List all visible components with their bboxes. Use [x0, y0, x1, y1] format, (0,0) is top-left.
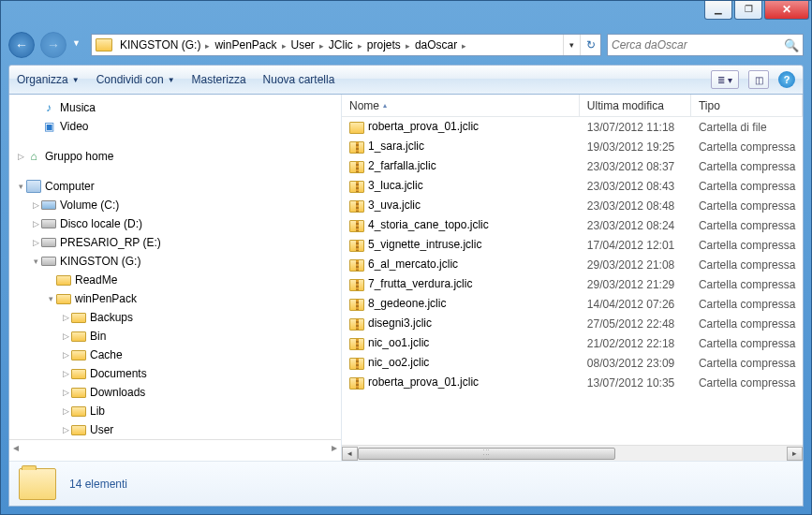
address-dropdown[interactable]: ▾: [563, 35, 580, 55]
file-date: 08/03/2012 23:09: [580, 357, 691, 370]
file-name: 6_al_mercato.jclic: [368, 258, 458, 271]
file-row[interactable]: 1_sara.jclic19/03/2012 19:25Cartella com…: [342, 137, 803, 156]
help-button[interactable]: ?: [778, 71, 795, 88]
file-type: Cartella compressa: [691, 180, 803, 193]
tree-item[interactable]: ▷Cache: [9, 346, 341, 364]
breadcrumb-separator[interactable]: ▸: [281, 41, 288, 51]
nav-tree[interactable]: ♪Musica ▣Video ▷⌂Gruppo home ▾Computer ▷…: [9, 95, 342, 461]
zip-icon: [349, 141, 364, 154]
breadcrumb-segment[interactable]: projets: [363, 38, 405, 52]
file-row[interactable]: 3_uva.jclic23/03/2012 08:48Cartella comp…: [342, 196, 803, 215]
file-type: Cartella compressa: [691, 278, 803, 291]
tree-item-computer[interactable]: ▾Computer: [9, 177, 341, 196]
file-name: 7_frutta_verdura.jclic: [368, 277, 472, 290]
burn-button[interactable]: Masterizza: [192, 73, 246, 86]
breadcrumb-segment[interactable]: winPenPack: [211, 38, 280, 52]
file-type: Cartella compressa: [691, 219, 803, 232]
file-row[interactable]: 2_farfalla.jclic23/03/2012 08:37Cartella…: [342, 156, 803, 176]
file-type: Cartella compressa: [691, 298, 803, 311]
file-hscroll[interactable]: ◂ ▸: [342, 445, 803, 461]
refresh-button[interactable]: ↻: [580, 35, 600, 55]
address-bar[interactable]: KINGSTON (G:)▸winPenPack▸User▸JClic▸proj…: [91, 34, 601, 56]
tree-item-winpenpack[interactable]: ▾winPenPack: [9, 289, 341, 308]
share-menu[interactable]: Condividi con▼: [96, 73, 175, 86]
tree-item-drive-g[interactable]: ▾KINGSTON (G:): [9, 252, 341, 271]
tree-item-video[interactable]: ▣Video: [9, 117, 341, 136]
file-row[interactable]: roberta_prova_01.jclic13/07/2012 11:18Ca…: [342, 117, 803, 137]
drive-icon: [96, 38, 112, 52]
scroll-right-button[interactable]: ▸: [787, 447, 803, 461]
file-type: Cartella compressa: [691, 337, 803, 350]
file-list[interactable]: roberta_prova_01.jclic13/07/2012 11:18Ca…: [342, 117, 803, 445]
file-row[interactable]: 6_al_mercato.jclic29/03/2012 21:08Cartel…: [342, 255, 803, 274]
file-name: nic_oo2.jclic: [368, 356, 429, 369]
file-list-pane: Nome▴ Ultima modifica Tipo roberta_prova…: [342, 95, 803, 461]
file-row[interactable]: 5_vignette_intruse.jclic17/04/2012 12:01…: [342, 235, 803, 255]
scroll-left-button[interactable]: ◂: [342, 447, 358, 461]
history-dropdown[interactable]: ▼: [72, 38, 85, 52]
content-area: ♪Musica ▣Video ▷⌂Gruppo home ▾Computer ▷…: [8, 95, 804, 507]
file-date: 23/03/2012 08:24: [580, 219, 691, 232]
file-row[interactable]: 8_gedeone.jclic14/04/2012 07:26Cartella …: [342, 294, 803, 314]
zip-icon: [349, 240, 364, 252]
back-button[interactable]: ←: [8, 32, 35, 58]
file-row[interactable]: disegni3.jclic27/05/2012 22:48Cartella c…: [342, 314, 803, 333]
col-date[interactable]: Ultima modifica: [580, 95, 691, 116]
file-name: disegni3.jclic: [368, 316, 432, 330]
breadcrumb-separator[interactable]: ▸: [461, 41, 467, 51]
new-folder-button[interactable]: Nuova cartella: [263, 73, 335, 86]
tree-item[interactable]: ▷Documents: [9, 364, 341, 383]
breadcrumb-segment[interactable]: KINGSTON (G:): [116, 38, 204, 52]
tree-item[interactable]: ▷Bin: [9, 327, 341, 346]
file-type: Cartella di file: [691, 121, 803, 134]
col-type[interactable]: Tipo: [691, 95, 803, 116]
scroll-thumb[interactable]: [358, 448, 615, 460]
file-name: roberta_prova_01.jclic: [368, 120, 479, 133]
tree-item[interactable]: ▷Downloads: [9, 383, 341, 402]
organize-menu[interactable]: Organizza▼: [17, 73, 80, 86]
minimize-button[interactable]: ▁: [704, 1, 732, 20]
file-row[interactable]: 4_storia_cane_topo.jclic23/03/2012 08:24…: [342, 215, 803, 235]
zip-icon: [349, 279, 364, 291]
tree-item[interactable]: ▷Lib: [9, 402, 341, 420]
file-row[interactable]: 3_luca.jclic23/03/2012 08:43Cartella com…: [342, 176, 803, 196]
search-input[interactable]: [612, 38, 784, 52]
file-type: Cartella compressa: [691, 199, 803, 213]
zip-icon: [349, 181, 364, 193]
close-button[interactable]: ✕: [764, 1, 809, 20]
file-name: 4_storia_cane_topo.jclic: [368, 218, 489, 231]
search-icon[interactable]: 🔍: [784, 38, 799, 52]
file-date: 21/02/2012 22:18: [580, 337, 691, 350]
tree-item-drive-d[interactable]: ▷Disco locale (D:): [9, 214, 341, 233]
view-options-button[interactable]: ≣ ▾: [711, 70, 739, 89]
forward-button[interactable]: →: [40, 32, 66, 58]
maximize-button[interactable]: ❐: [734, 1, 762, 20]
breadcrumb-segment[interactable]: User: [288, 38, 318, 52]
breadcrumb-separator[interactable]: ▸: [405, 41, 411, 51]
breadcrumb-separator[interactable]: ▸: [357, 41, 363, 51]
tree-item[interactable]: ▷Backups: [9, 308, 341, 327]
col-name[interactable]: Nome▴: [342, 95, 580, 116]
tree-item-readme[interactable]: ReadMe: [9, 271, 341, 289]
search-box[interactable]: 🔍: [607, 34, 804, 56]
breadcrumb-segment[interactable]: daOscar: [411, 38, 461, 52]
file-row[interactable]: 7_frutta_verdura.jclic29/03/2012 21:29Ca…: [342, 274, 803, 294]
breadcrumb-separator[interactable]: ▸: [318, 41, 325, 51]
toolbar: Organizza▼ Condividi con▼ Masterizza Nuo…: [8, 65, 804, 95]
file-type: Cartella compressa: [691, 140, 803, 154]
status-text: 14 elementi: [69, 478, 127, 491]
file-row[interactable]: nic_oo2.jclic08/03/2012 23:09Cartella co…: [342, 353, 803, 373]
tree-item-music[interactable]: ♪Musica: [9, 98, 341, 117]
tree-item[interactable]: ▷User: [9, 420, 341, 439]
tree-item-homegroup[interactable]: ▷⌂Gruppo home: [9, 147, 341, 166]
breadcrumb-segment[interactable]: JClic: [325, 38, 357, 52]
zip-icon: [349, 259, 364, 272]
tree-hscroll[interactable]: ◂▸: [9, 439, 341, 455]
file-row[interactable]: roberta_prova_01.jclic13/07/2012 10:35Ca…: [342, 373, 803, 392]
preview-pane-button[interactable]: ◫: [748, 70, 769, 89]
tree-item-drive-c[interactable]: ▷Volume (C:): [9, 196, 341, 214]
tree-item-drive-e[interactable]: ▷PRESARIO_RP (E:): [9, 233, 341, 252]
file-row[interactable]: nic_oo1.jclic21/02/2012 22:18Cartella co…: [342, 333, 803, 353]
zip-icon: [349, 299, 364, 311]
file-type: Cartella compressa: [691, 258, 803, 272]
